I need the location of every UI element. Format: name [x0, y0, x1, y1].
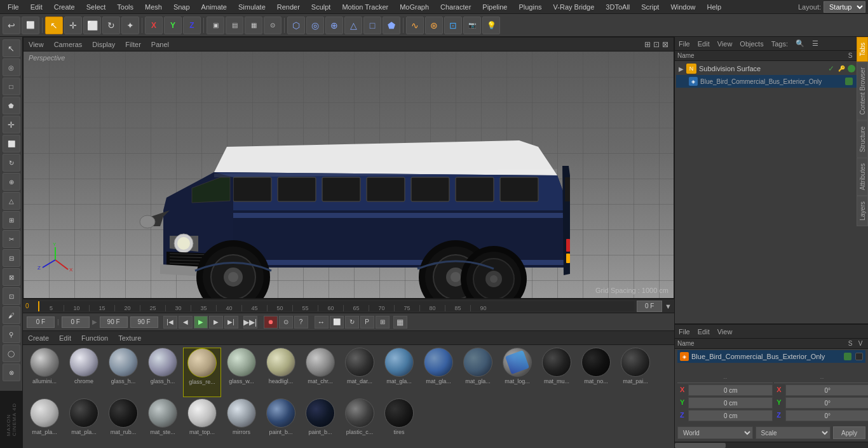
viewport-filter-menu[interactable]: Filter [125, 41, 140, 48]
left-move-btn[interactable]: ✛ [3, 116, 20, 133]
cube-btn[interactable]: ⬡ [287, 17, 305, 34]
left-tool10[interactable]: ⊞ [3, 211, 20, 229]
left-tool13[interactable]: ⊠ [3, 268, 20, 286]
material-mat-top[interactable]: mat_top... [183, 398, 221, 447]
frame-render-btn[interactable]: ▣ [207, 17, 224, 34]
cylinder-btn[interactable]: ⊕ [325, 17, 343, 34]
rotate-tool[interactable]: ↻ [102, 17, 120, 34]
menu-render[interactable]: Render [272, 2, 305, 12]
z-axis-btn[interactable]: Z [183, 17, 201, 34]
plane-btn[interactable]: □ [363, 17, 381, 34]
apply-button[interactable]: Apply [833, 426, 865, 439]
menu-motion-tracker[interactable]: Motion Tracker [337, 2, 393, 12]
menu-help[interactable]: Help [702, 2, 727, 12]
material-mat-dar[interactable]: mat_dar... [341, 348, 379, 397]
tab-structure[interactable]: Structure [857, 121, 868, 158]
material-glass-h1[interactable]: glass_h... [104, 348, 142, 397]
left-tool9[interactable]: △ [3, 192, 20, 210]
menu-simulate[interactable]: Simulate [233, 2, 271, 12]
cone-btn[interactable]: △ [344, 17, 362, 34]
select-tool[interactable]: ↖ [45, 17, 63, 34]
viewport-settings-icon[interactable]: ⊠ [662, 40, 668, 49]
record-btn[interactable]: ⏺ [264, 316, 278, 329]
tab-content-browser[interactable]: Content Browser [857, 62, 868, 120]
obj-objects-menu[interactable]: Objects [740, 40, 763, 48]
go-to-start-btn[interactable]: |◀ [163, 316, 177, 329]
material-mat-pai[interactable]: mat_pai... [616, 348, 654, 397]
motion-btn5[interactable]: ⊞ [376, 316, 390, 329]
material-glass-h2[interactable]: glass_h... [144, 348, 182, 397]
material-mat-log[interactable]: mat_log... [498, 348, 536, 397]
menu-select[interactable]: Select [81, 2, 111, 12]
render-view-btn[interactable]: ▦ [245, 17, 262, 34]
start-frame-input[interactable]: 0 F [62, 316, 90, 328]
material-texture-menu[interactable]: Texture [118, 334, 141, 342]
motion-btn1[interactable]: ↔ [315, 316, 329, 329]
left-magnet-btn[interactable]: ⚲ [3, 325, 20, 343]
x-rot-input[interactable]: 0° [785, 384, 868, 396]
material-mat-pla1[interactable]: mat_pla... [25, 398, 64, 447]
scrollbar-thumb[interactable] [675, 443, 726, 448]
attr-edit-menu[interactable]: Edit [698, 328, 710, 336]
material-mat-ste[interactable]: mat_ste... [144, 398, 182, 447]
obj-item-subdivision[interactable]: ▶ N Subdivision Surface ✓ 🔑 [676, 62, 867, 75]
viewport-layout-icon[interactable]: ⊡ [653, 40, 660, 49]
material-plastic-c[interactable]: plastic_c... [341, 398, 379, 447]
timeline-arrow-down[interactable]: ▼ [665, 302, 672, 310]
material-mirrors[interactable]: mirrors [222, 398, 261, 447]
step-forward-btn[interactable]: ▶ [209, 316, 223, 329]
render-to-pic-btn[interactable]: ⊙ [264, 17, 281, 34]
help-btn[interactable]: ? [294, 316, 308, 329]
tab-layers[interactable]: Layers [857, 196, 868, 226]
material-mat-chr[interactable]: mat_chr... [301, 348, 339, 397]
material-paint-b1[interactable]: paint_b... [262, 398, 300, 447]
left-extrude-btn[interactable]: ⊟ [3, 249, 20, 267]
obj-settings-icon[interactable]: ☰ [812, 39, 818, 48]
obj-file-menu[interactable]: File [679, 40, 690, 48]
nurbs-btn[interactable]: ⊛ [425, 17, 443, 34]
motion-btn6[interactable]: ▦ [393, 316, 407, 329]
redo-button[interactable]: ⬜ [22, 17, 39, 34]
left-tool18[interactable]: ⊗ [3, 363, 20, 381]
material-headlight[interactable]: headligl... [262, 348, 300, 397]
material-mat-gla1[interactable]: mat_gla... [380, 348, 418, 397]
menu-window[interactable]: Window [665, 2, 700, 12]
menu-script[interactable]: Script [636, 2, 664, 12]
material-mat-mu[interactable]: mat_mu... [538, 348, 576, 397]
material-mat-gla3[interactable]: mat_gla... [459, 348, 497, 397]
menu-tools[interactable]: Tools [112, 2, 139, 12]
material-chrome[interactable]: chrome [65, 348, 103, 397]
menu-create[interactable]: Create [49, 2, 80, 12]
left-rect-select-btn[interactable]: □ [3, 78, 20, 95]
scale-tool[interactable]: ⬜ [83, 17, 101, 34]
spline-btn[interactable]: ∿ [406, 17, 424, 34]
menu-sculpt[interactable]: Sculpt [306, 2, 336, 12]
end-frame-input1[interactable]: 90 F [100, 316, 128, 328]
y-axis-btn[interactable]: Y [164, 17, 182, 34]
viewport-cameras-menu[interactable]: Cameras [54, 41, 83, 48]
material-mat-no[interactable]: mat_no... [577, 348, 615, 397]
menu-mograph[interactable]: MoGraph [395, 2, 434, 12]
scale-dropdown[interactable]: Scale [756, 426, 831, 439]
left-select-btn[interactable]: ↖ [3, 39, 20, 57]
material-mat-pla2[interactable]: mat_pla... [65, 398, 103, 447]
motion-btn4[interactable]: P [360, 316, 374, 329]
y-rot-input[interactable]: 0° [785, 397, 868, 409]
viewport-panel-menu[interactable]: Panel [151, 41, 169, 48]
attr-view-menu[interactable]: View [717, 328, 733, 336]
motion-btn2[interactable]: ⬜ [330, 316, 344, 329]
x-axis-btn[interactable]: X [145, 17, 163, 34]
timeline-bar[interactable]: 5 10 15 20 25 30 35 40 45 50 55 60 65 70… [38, 301, 634, 311]
attr-item-bluebird[interactable]: ◈ Blue_Bird_Commercial_Bus_Exterior_Only [677, 350, 865, 363]
obj-view-menu[interactable]: View [717, 40, 733, 48]
y-pos-input[interactable]: 0 cm [688, 397, 773, 409]
left-poly-select-btn[interactable]: ⬟ [3, 97, 20, 114]
left-tool14[interactable]: ⊡ [3, 287, 20, 305]
render-region-btn[interactable]: ▤ [226, 17, 243, 34]
step-back-btn[interactable]: ◀ [179, 316, 193, 329]
material-allumini[interactable]: allumini... [25, 348, 64, 397]
left-tool8[interactable]: ⊕ [3, 173, 20, 191]
material-edit-menu[interactable]: Edit [59, 334, 71, 342]
disc-btn[interactable]: ⬟ [383, 17, 400, 34]
material-glass-w[interactable]: glass_w... [222, 348, 261, 397]
